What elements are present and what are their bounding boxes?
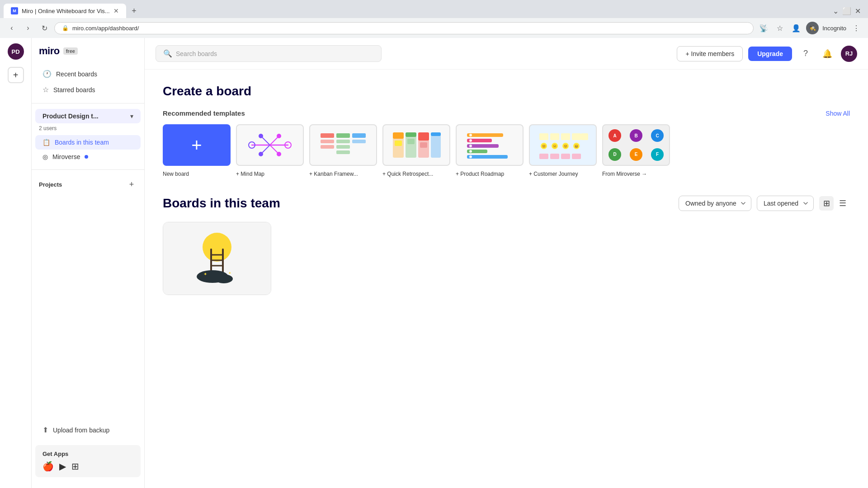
search-bar[interactable]: 🔍 <box>156 45 382 62</box>
close-tab-button[interactable]: ✕ <box>113 7 119 14</box>
svg-rect-25 <box>418 132 429 141</box>
sidebar-divider-2 <box>32 169 144 170</box>
template-miroverse[interactable]: A B C D E F From Miroverse → <box>602 124 670 178</box>
main-content: 🔍 + Invite members Upgrade ? 🔔 RJ Create… <box>145 38 868 488</box>
starred-boards-label: Starred boards <box>53 86 95 94</box>
retro-label: + Quick Retrospect... <box>382 171 433 177</box>
header-actions: + Invite members Upgrade ? 🔔 RJ <box>677 46 857 62</box>
new-board-thumb[interactable]: + <box>163 124 231 166</box>
address-bar[interactable]: 🔒 miro.com/app/dashboard/ <box>54 22 754 34</box>
kanban-svg <box>316 129 370 161</box>
cj-label: + Customer Journey <box>529 171 578 177</box>
play-icon[interactable]: ▶ <box>59 461 66 472</box>
svg-rect-13 <box>321 145 334 149</box>
list-view-button[interactable]: ☰ <box>835 196 850 211</box>
invite-members-button[interactable]: + Invite members <box>677 46 743 61</box>
svg-rect-42 <box>550 133 559 140</box>
bookmark-icon[interactable]: ☆ <box>774 22 786 34</box>
sidebar-item-upload[interactable]: ⬆ Upload from backup <box>35 422 141 438</box>
profile-icon[interactable]: 👤 <box>790 22 802 34</box>
projects-label: Projects <box>39 181 62 188</box>
user-avatar-header[interactable]: RJ <box>841 46 857 62</box>
cast-icon[interactable]: 📡 <box>757 22 770 34</box>
minimize-icon[interactable]: ⌄ <box>833 7 839 15</box>
svg-rect-55 <box>550 154 559 159</box>
show-all-link[interactable]: Show All <box>826 110 850 117</box>
sidebar-item-miroverse[interactable]: ◎ Miroverse <box>35 150 141 164</box>
kanban-thumb <box>309 124 377 166</box>
sidebar: miro free 🕐 Recent boards ☆ Starred boar… <box>32 38 145 488</box>
browser-actions: 📡 ☆ 👤 🕵 Incognito ⋮ <box>757 22 863 34</box>
refresh-button[interactable]: ↻ <box>38 22 51 34</box>
search-icon: 🔍 <box>163 49 172 58</box>
windows-icon[interactable]: ⊞ <box>71 461 79 472</box>
miro-logo: miro free <box>32 45 144 66</box>
app-icons-row: 🍎 ▶ ⊞ <box>42 461 133 472</box>
tab-bar: M Miro | Online Whiteboard for Vis... ✕ … <box>0 0 868 18</box>
svg-rect-14 <box>336 133 350 138</box>
svg-point-9 <box>259 152 263 156</box>
miroverse-label: Miroverse <box>52 153 80 160</box>
template-mind-map[interactable]: + Mind Map <box>236 124 304 178</box>
active-tab[interactable]: M Miro | Online Whiteboard for Vis... ✕ <box>4 4 126 18</box>
sidebar-item-boards-in-team[interactable]: 📋 Boards in this team <box>35 135 141 150</box>
back-button[interactable]: ‹ <box>5 22 18 34</box>
favicon: M <box>11 7 18 14</box>
incognito-label: Incognito <box>822 25 846 32</box>
grid-view-button[interactable]: ⊞ <box>819 196 834 211</box>
new-tab-button[interactable]: + <box>128 5 141 17</box>
plus-icon: + <box>191 135 202 155</box>
search-input[interactable] <box>176 50 374 57</box>
svg-text:😄: 😄 <box>574 144 579 148</box>
sidebar-item-starred[interactable]: ☆ Starred boards <box>35 82 141 98</box>
board-card-empty[interactable]: ✦ ✦ <box>163 222 271 295</box>
upgrade-button[interactable]: Upgrade <box>748 47 792 61</box>
template-roadmap[interactable]: + Product Roadmap <box>456 124 524 178</box>
sidebar-item-recent[interactable]: 🕐 Recent boards <box>35 66 141 82</box>
miroverse-icon: ◎ <box>42 153 48 160</box>
new-board-card[interactable]: + New board <box>163 124 231 178</box>
miroverse-label-card: From Miroverse → <box>602 171 647 177</box>
svg-point-65 <box>215 274 233 283</box>
svg-point-58 <box>203 233 231 262</box>
template-retro[interactable]: + Quick Retrospect... <box>382 124 450 178</box>
menu-icon[interactable]: ⋮ <box>850 22 863 34</box>
svg-rect-43 <box>561 133 570 140</box>
apple-icon[interactable]: 🍎 <box>42 461 54 472</box>
svg-rect-28 <box>395 141 402 146</box>
notifications-button[interactable]: 🔔 <box>819 46 835 62</box>
roadmap-thumb <box>456 124 524 166</box>
roadmap-label: + Product Roadmap <box>456 171 504 177</box>
template-customer-journey[interactable]: 😊 😐 😊 😄 <box>529 124 597 178</box>
add-workspace-button[interactable]: + <box>8 67 24 83</box>
svg-rect-31 <box>467 133 503 137</box>
team-chevron-icon: ▾ <box>130 113 133 120</box>
recommended-label: Recommended templates <box>163 109 245 117</box>
team-name: Product Design t... <box>42 113 99 120</box>
boards-in-team-label: Boards in this team <box>55 139 109 146</box>
new-board-label: New board <box>163 171 189 177</box>
team-selector[interactable]: Product Design t... ▾ <box>35 109 141 123</box>
help-button[interactable]: ? <box>797 46 814 62</box>
sort-filter[interactable]: Last opened <box>757 196 814 211</box>
kanban-label: + Kanban Framew... <box>309 171 358 177</box>
svg-text:✦: ✦ <box>203 272 207 277</box>
window-controls: ⌄ ⬜ ✕ <box>833 7 864 15</box>
boards-filters: Owned by anyone Last opened ⊞ ☰ <box>679 196 850 211</box>
mind-map-label: + Mind Map <box>236 171 264 177</box>
user-avatar-rail[interactable]: PD <box>8 43 24 60</box>
owner-filter[interactable]: Owned by anyone <box>679 196 751 211</box>
svg-rect-35 <box>467 155 508 159</box>
close-icon[interactable]: ✕ <box>855 7 861 15</box>
svg-point-39 <box>469 150 472 153</box>
svg-rect-21 <box>393 132 404 139</box>
left-rail: PD + <box>0 38 32 488</box>
miroverse-notification-dot <box>85 155 88 159</box>
svg-rect-11 <box>321 133 334 138</box>
template-kanban[interactable]: + Kanban Framew... <box>309 124 377 178</box>
add-project-button[interactable]: + <box>126 179 137 190</box>
svg-rect-23 <box>406 132 416 137</box>
svg-rect-18 <box>352 133 366 138</box>
restore-icon[interactable]: ⬜ <box>842 7 851 15</box>
forward-button[interactable]: › <box>22 22 34 34</box>
